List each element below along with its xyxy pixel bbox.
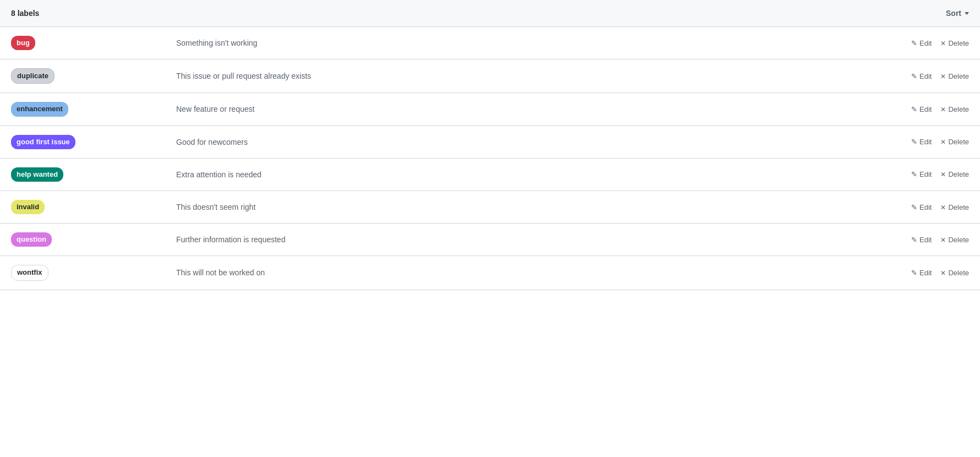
label-actions-wontfix: Edit Delete	[870, 269, 969, 277]
edit-button-good-first-issue[interactable]: Edit	[911, 138, 932, 146]
delete-button-good-first-issue[interactable]: Delete	[940, 138, 969, 146]
label-badge-col: invalid	[11, 200, 176, 214]
edit-button-bug[interactable]: Edit	[911, 39, 932, 47]
label-badge-col: enhancement	[11, 102, 176, 116]
edit-label: Edit	[919, 236, 932, 244]
label-actions-help-wanted: Edit Delete	[870, 170, 969, 178]
label-row: good first issue Good for newcomers Edit…	[0, 126, 980, 159]
labels-page: 8 labels Sort bug Something isn't workin…	[0, 0, 980, 457]
labels-count: 8 labels	[11, 9, 39, 18]
label-actions-bug: Edit Delete	[870, 39, 969, 47]
edit-button-invalid[interactable]: Edit	[911, 203, 932, 211]
edit-label: Edit	[919, 203, 932, 211]
label-badge-col: wontfix	[11, 265, 176, 280]
delete-button-invalid[interactable]: Delete	[940, 203, 969, 211]
edit-button-help-wanted[interactable]: Edit	[911, 170, 932, 178]
label-row: help wanted Extra attention is needed Ed…	[0, 159, 980, 191]
delete-label: Delete	[948, 72, 969, 80]
edit-label: Edit	[919, 269, 932, 277]
label-description-wontfix: This will not be worked on	[176, 268, 870, 277]
label-badge-col: good first issue	[11, 135, 176, 149]
label-row: duplicate This issue or pull request alr…	[0, 59, 980, 93]
pencil-icon	[911, 203, 917, 211]
pencil-icon	[911, 105, 917, 113]
sort-button[interactable]: Sort	[946, 9, 969, 18]
delete-button-wontfix[interactable]: Delete	[940, 269, 969, 277]
delete-button-question[interactable]: Delete	[940, 236, 969, 244]
label-badge-enhancement: enhancement	[11, 102, 68, 116]
label-actions-question: Edit Delete	[870, 236, 969, 244]
pencil-icon	[911, 72, 917, 80]
edit-label: Edit	[919, 170, 932, 178]
labels-list: bug Something isn't working Edit Delete …	[0, 27, 980, 290]
pencil-icon	[911, 170, 917, 178]
delete-label: Delete	[948, 170, 969, 178]
x-icon	[940, 105, 946, 113]
pencil-icon	[911, 269, 917, 277]
edit-label: Edit	[919, 39, 932, 47]
edit-label: Edit	[919, 105, 932, 113]
label-actions-good-first-issue: Edit Delete	[870, 138, 969, 146]
delete-label: Delete	[948, 269, 969, 277]
label-description-good-first-issue: Good for newcomers	[176, 138, 870, 146]
label-badge-duplicate: duplicate	[11, 68, 55, 84]
x-icon	[940, 203, 946, 211]
pencil-icon	[911, 39, 917, 47]
label-actions-duplicate: Edit Delete	[870, 72, 969, 80]
delete-label: Delete	[948, 39, 969, 47]
edit-button-enhancement[interactable]: Edit	[911, 105, 932, 113]
labels-header: 8 labels Sort	[0, 0, 980, 27]
label-badge-invalid: invalid	[11, 200, 45, 214]
x-icon	[940, 269, 946, 277]
pencil-icon	[911, 138, 917, 146]
delete-button-bug[interactable]: Delete	[940, 39, 969, 47]
edit-button-duplicate[interactable]: Edit	[911, 72, 932, 80]
delete-button-help-wanted[interactable]: Delete	[940, 170, 969, 178]
label-description-duplicate: This issue or pull request already exist…	[176, 72, 870, 80]
delete-label: Delete	[948, 138, 969, 146]
label-badge-col: bug	[11, 36, 176, 50]
label-actions-enhancement: Edit Delete	[870, 105, 969, 113]
delete-button-enhancement[interactable]: Delete	[940, 105, 969, 113]
label-badge-wontfix: wontfix	[11, 265, 48, 280]
label-badge-col: help wanted	[11, 167, 176, 182]
delete-label: Delete	[948, 236, 969, 244]
label-row: wontfix This will not be worked on Edit …	[0, 256, 980, 290]
label-description-help-wanted: Extra attention is needed	[176, 170, 870, 179]
label-badge-good-first-issue: good first issue	[11, 135, 75, 149]
x-icon	[940, 39, 946, 47]
chevron-down-icon	[965, 12, 969, 15]
label-description-enhancement: New feature or request	[176, 105, 870, 113]
delete-label: Delete	[948, 203, 969, 211]
label-badge-question: question	[11, 232, 52, 247]
edit-button-question[interactable]: Edit	[911, 236, 932, 244]
edit-label: Edit	[919, 72, 932, 80]
x-icon	[940, 138, 946, 146]
label-actions-invalid: Edit Delete	[870, 203, 969, 211]
label-badge-bug: bug	[11, 36, 35, 50]
edit-label: Edit	[919, 138, 932, 146]
edit-button-wontfix[interactable]: Edit	[911, 269, 932, 277]
label-row: bug Something isn't working Edit Delete	[0, 27, 980, 59]
label-row: invalid This doesn't seem right Edit Del…	[0, 191, 980, 224]
label-badge-col: duplicate	[11, 68, 176, 84]
x-icon	[940, 236, 946, 244]
label-row: question Further information is requeste…	[0, 224, 980, 256]
label-row: enhancement New feature or request Edit …	[0, 93, 980, 126]
delete-label: Delete	[948, 105, 969, 113]
x-icon	[940, 72, 946, 80]
pencil-icon	[911, 236, 917, 244]
label-description-invalid: This doesn't seem right	[176, 203, 870, 211]
x-icon	[940, 170, 946, 178]
label-badge-help-wanted: help wanted	[11, 167, 63, 182]
sort-label: Sort	[946, 9, 961, 18]
label-description-bug: Something isn't working	[176, 39, 870, 47]
label-description-question: Further information is requested	[176, 235, 870, 244]
delete-button-duplicate[interactable]: Delete	[940, 72, 969, 80]
label-badge-col: question	[11, 232, 176, 247]
